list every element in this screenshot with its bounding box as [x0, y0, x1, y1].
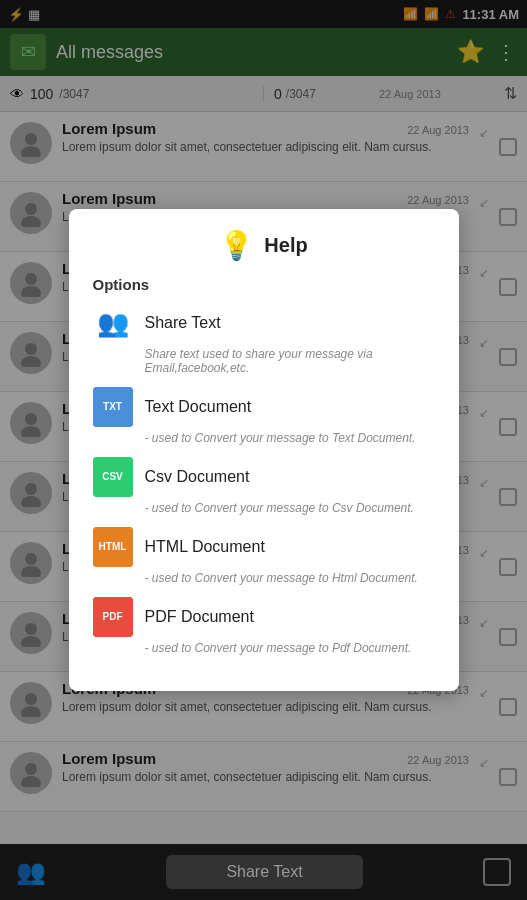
modal-header: 💡 Help	[93, 229, 435, 262]
option-label-text-document: Text Document	[145, 398, 252, 416]
option-desc-csv-document: - used to Convert your message to Csv Do…	[145, 501, 435, 515]
option-desc-text-document: - used to Convert your message to Text D…	[145, 431, 435, 445]
help-modal: 💡 Help Options 👥 Share Text Share text u…	[69, 209, 459, 691]
option-desc-html-document: - used to Convert your message to Html D…	[145, 571, 435, 585]
option-icon-text-document: TXT	[93, 387, 133, 427]
option-label-html-document: HTML Document	[145, 538, 265, 556]
option-icon-pdf-document: PDF	[93, 597, 133, 637]
option-text-document[interactable]: TXT Text Document - used to Convert your…	[93, 387, 435, 445]
modal-overlay[interactable]: 💡 Help Options 👥 Share Text Share text u…	[0, 0, 527, 900]
option-row[interactable]: CSV Csv Document	[93, 457, 435, 497]
option-share-text[interactable]: 👥 Share Text Share text used to share yo…	[93, 303, 435, 375]
modal-options: 👥 Share Text Share text used to share yo…	[93, 303, 435, 655]
option-label-pdf-document: PDF Document	[145, 608, 254, 626]
option-html-document[interactable]: HTML HTML Document - used to Convert you…	[93, 527, 435, 585]
modal-section-title: Options	[93, 276, 435, 293]
bulb-icon: 💡	[219, 229, 254, 262]
option-row[interactable]: HTML HTML Document	[93, 527, 435, 567]
option-desc-pdf-document: - used to Convert your message to Pdf Do…	[145, 641, 435, 655]
option-icon-html-document: HTML	[93, 527, 133, 567]
option-row[interactable]: 👥 Share Text	[93, 303, 435, 343]
option-desc-share-text: Share text used to share your message vi…	[145, 347, 435, 375]
option-csv-document[interactable]: CSV Csv Document - used to Convert your …	[93, 457, 435, 515]
option-row[interactable]: PDF PDF Document	[93, 597, 435, 637]
modal-title: Help	[264, 234, 307, 257]
option-label-share-text: Share Text	[145, 314, 221, 332]
option-pdf-document[interactable]: PDF PDF Document - used to Convert your …	[93, 597, 435, 655]
option-row[interactable]: TXT Text Document	[93, 387, 435, 427]
option-icon-csv-document: CSV	[93, 457, 133, 497]
option-icon-share-text: 👥	[93, 303, 133, 343]
option-label-csv-document: Csv Document	[145, 468, 250, 486]
